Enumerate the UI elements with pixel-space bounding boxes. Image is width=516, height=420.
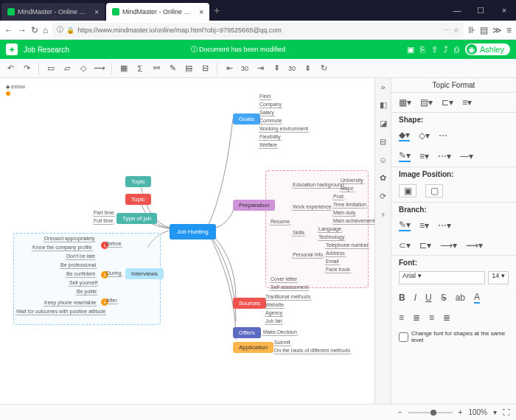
zoom-dropdown-icon[interactable]: ▾ xyxy=(493,408,497,416)
goals-node[interactable]: Goals xyxy=(233,113,260,125)
zoom-out-button[interactable]: − xyxy=(398,408,402,416)
more-shape-icon[interactable]: ⋯ xyxy=(439,130,447,141)
leaf-node[interactable]: Submit xyxy=(273,339,292,346)
layout3-icon[interactable]: ⊏▾ xyxy=(442,97,453,108)
browser-tab[interactable]: MindMaster - Online Mind M × xyxy=(1,3,105,21)
leaf-node[interactable]: Flexibility xyxy=(258,133,282,141)
forward-icon[interactable]: → xyxy=(18,25,27,35)
leaf-node[interactable]: During xyxy=(105,270,123,277)
save-icon[interactable]: ▣ xyxy=(407,45,414,55)
leaf-node[interactable]: Main duty xyxy=(332,209,357,217)
leaf-node[interactable]: Be professional xyxy=(59,262,97,269)
leaf-node[interactable]: Address xyxy=(324,250,346,257)
sidebar-icon[interactable]: ▤ xyxy=(480,25,488,35)
print-icon[interactable]: ⎙ xyxy=(454,45,459,54)
icons-icon[interactable]: ☺ xyxy=(379,155,387,164)
leaf-node[interactable]: Company xyxy=(258,101,283,108)
type-node[interactable]: Type of job xyxy=(116,213,157,224)
close-icon[interactable]: × xyxy=(199,8,203,16)
leaf-node[interactable]: Cover letter xyxy=(269,276,299,283)
leaf-node[interactable]: Working environment xyxy=(258,125,310,133)
leaf-node[interactable]: Keep phone reachable xyxy=(43,299,97,307)
leaf-node[interactable]: Salary xyxy=(258,109,276,116)
floating-icon[interactable]: ◇ xyxy=(77,63,89,73)
comment-icon[interactable]: ⊟ xyxy=(199,63,211,73)
leaf-node[interactable]: Be confident xyxy=(65,270,97,278)
vspace-icon[interactable]: ⇞ xyxy=(271,63,282,73)
topic-icon[interactable]: ▭ xyxy=(45,63,57,73)
mindmap-canvas[interactable]: ◆ edraw Job Hunting Topic Topic Type of … xyxy=(0,78,374,404)
subtopic-icon[interactable]: ▱ xyxy=(61,63,73,73)
leaf-node[interactable]: Website xyxy=(264,301,285,309)
leaf-node[interactable]: After xyxy=(105,297,119,304)
leaf-node[interactable]: Before xyxy=(105,240,123,248)
fullscreen-icon[interactable]: ⛶ xyxy=(503,408,510,416)
leaf-node[interactable]: Be polite xyxy=(75,288,98,295)
leaf-node[interactable]: Personal Info xyxy=(291,251,324,259)
branch-end-icon[interactable]: ⟶▾ xyxy=(440,240,457,251)
branch-curve-icon[interactable]: ⊂▾ xyxy=(399,240,411,251)
imgpos-right[interactable]: ▢ xyxy=(425,184,443,197)
align-justify-button[interactable]: ≣ xyxy=(443,312,450,323)
branch-weight-icon[interactable]: ≡▾ xyxy=(419,220,429,231)
redo-icon[interactable]: ↷ xyxy=(21,63,32,73)
export-icon[interactable]: ⇪ xyxy=(431,45,438,55)
browser-tab-active[interactable]: MindMaster - Online Mind M × xyxy=(106,3,209,21)
underline-button[interactable]: U xyxy=(425,293,432,303)
formula-icon[interactable]: Σ xyxy=(134,64,146,73)
relationship-icon[interactable]: ⟿ xyxy=(94,63,105,73)
hamburger-icon[interactable]: ≡ xyxy=(506,25,512,35)
leaf-node[interactable]: Self assessment xyxy=(269,284,310,291)
layout1-icon[interactable]: ▦▾ xyxy=(399,97,411,108)
leaf-node[interactable]: Job fair xyxy=(264,318,284,325)
leaf-node[interactable]: University xyxy=(339,177,365,184)
topic-node-2[interactable]: Topic xyxy=(125,194,151,205)
hspace2-icon[interactable]: ⇥ xyxy=(254,63,266,73)
topic-node[interactable]: Topic xyxy=(125,176,151,187)
leaf-node[interactable]: Face book xyxy=(324,266,352,273)
leaf-node[interactable]: Wait for outcomes with positive attitude xyxy=(15,308,107,315)
line-icon[interactable]: ✎▾ xyxy=(399,150,411,162)
layout4-icon[interactable]: ≡▾ xyxy=(462,97,472,108)
more-icon[interactable]: ≫ xyxy=(492,25,502,35)
hspace-icon[interactable]: ⇤ xyxy=(223,63,235,73)
leaf-node[interactable]: Know the company profile xyxy=(31,244,94,251)
fill-icon[interactable]: ◆▾ xyxy=(399,130,410,141)
align-center-button[interactable]: ≣ xyxy=(413,312,420,323)
url-bar[interactable]: ⓘ 🔒 https://www.mindmaster.io/online/map… xyxy=(52,23,464,38)
user-badge[interactable]: ◉ Ashley xyxy=(465,43,510,55)
leaf-node[interactable]: Field xyxy=(258,93,272,100)
leaf-node[interactable]: Time limitation xyxy=(332,201,368,209)
strike-button[interactable]: S̶ xyxy=(441,293,447,303)
align-right-button[interactable]: ≡ xyxy=(429,312,434,323)
align-left-button[interactable]: ≡ xyxy=(399,312,404,323)
leaf-node[interactable]: Welfare xyxy=(258,141,279,149)
refresh-icon[interactable]: ↻ xyxy=(318,63,330,73)
leaf-node[interactable]: Language xyxy=(317,225,343,233)
application-node[interactable]: Application xyxy=(233,342,273,353)
leaf-node[interactable]: Make Decision xyxy=(262,329,299,336)
leaf-node[interactable]: Traditional methods xyxy=(264,293,312,301)
center-node[interactable]: Job Hunting xyxy=(170,224,216,239)
library-icon[interactable]: ⊪ xyxy=(468,25,475,35)
attachment-icon[interactable]: ✎ xyxy=(167,63,178,73)
leaf-node[interactable]: Sell yourself xyxy=(68,279,99,287)
leaf-node[interactable]: Resume xyxy=(269,218,291,225)
vspace2-icon[interactable]: ⇟ xyxy=(301,63,313,73)
link-icon[interactable]: ⚯ xyxy=(150,63,162,73)
interviews-node[interactable]: Interviews xyxy=(125,268,164,279)
zoom-in-button[interactable]: + xyxy=(459,408,463,416)
close-icon[interactable]: × xyxy=(94,8,99,16)
italic-button[interactable]: I xyxy=(414,293,416,303)
leaf-node[interactable]: Post xyxy=(332,193,345,200)
menu-icon[interactable]: ⋯ xyxy=(444,27,450,34)
sources-node[interactable]: Sources xyxy=(233,298,266,309)
imgpos-left[interactable]: ▣ xyxy=(399,184,416,197)
leaf-node[interactable]: Commute xyxy=(258,117,283,125)
maximize-button[interactable]: ☐ xyxy=(469,6,492,15)
info-icon[interactable]: ⓘ xyxy=(57,25,63,35)
note-icon[interactable]: ▤ xyxy=(183,63,195,73)
new-tab-button[interactable]: + xyxy=(214,4,220,16)
branch-style-icon[interactable]: ⋯▾ xyxy=(438,220,451,231)
layout2-icon[interactable]: ▤▾ xyxy=(420,97,433,108)
